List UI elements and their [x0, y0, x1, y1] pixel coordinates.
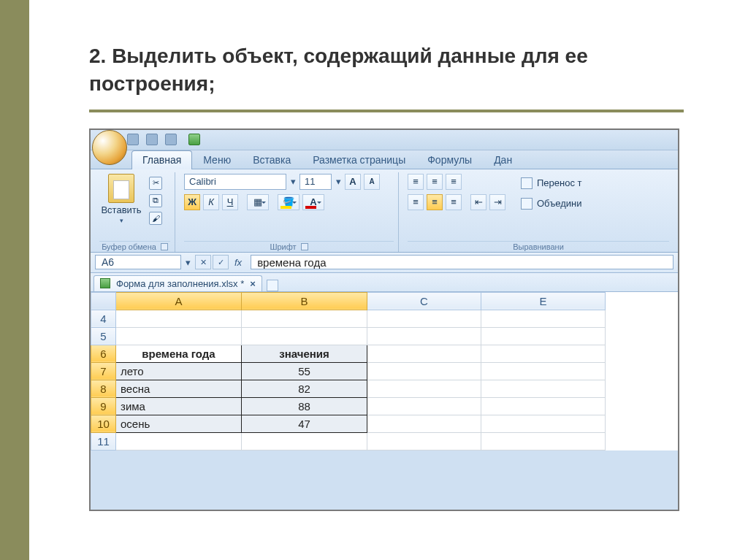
- col-header-e[interactable]: E: [481, 292, 606, 310]
- workbook-tabs: Форма для заполнения.xlsx * ×: [91, 273, 678, 292]
- workbook-icon: [100, 278, 110, 288]
- align-top-icon[interactable]: ≡: [408, 174, 424, 190]
- cell-b9[interactable]: 88: [242, 397, 367, 415]
- cell[interactable]: [367, 432, 481, 450]
- cell-a9[interactable]: зима: [116, 397, 242, 415]
- cell-a10[interactable]: осень: [116, 415, 242, 432]
- cell-b8[interactable]: 82: [242, 380, 367, 397]
- ribbon-tabs: Главная Меню Вставка Разметка страницы Ф…: [91, 150, 678, 169]
- cell[interactable]: [367, 380, 481, 397]
- tab-data[interactable]: Дан: [483, 150, 523, 169]
- align-bottom-icon[interactable]: ≡: [446, 174, 462, 190]
- shrink-font-icon[interactable]: A: [364, 174, 380, 190]
- align-left-icon[interactable]: ≡: [408, 194, 424, 210]
- cell[interactable]: [481, 380, 606, 397]
- cell-a8[interactable]: весна: [116, 380, 242, 397]
- col-header-c[interactable]: C: [367, 292, 481, 310]
- cell[interactable]: [242, 432, 367, 450]
- row-header[interactable]: 7: [91, 362, 116, 380]
- worksheet[interactable]: A B C E 4 5 6 времена года значения: [91, 292, 678, 450]
- cell[interactable]: [242, 310, 367, 327]
- font-name-combo[interactable]: Calibri: [184, 174, 286, 190]
- bold-button[interactable]: Ж: [184, 194, 200, 210]
- accept-formula-icon[interactable]: ✓: [213, 255, 229, 269]
- cell-a6[interactable]: времена года: [116, 345, 242, 362]
- new-tab-icon[interactable]: [267, 280, 278, 291]
- cell[interactable]: [481, 310, 606, 327]
- cell[interactable]: [367, 310, 481, 327]
- tab-home[interactable]: Главная: [131, 150, 192, 169]
- merge-center-button[interactable]: Объедини: [516, 196, 587, 212]
- increase-indent-icon[interactable]: ⇥: [489, 194, 505, 210]
- grow-font-icon[interactable]: A: [345, 174, 361, 190]
- ribbon: Вставить ▾ ✂ ⧉ 🖌 Буфер обмена: [91, 169, 678, 253]
- cell[interactable]: [367, 327, 481, 345]
- cancel-formula-icon[interactable]: ✕: [195, 255, 211, 269]
- cell[interactable]: [242, 327, 367, 345]
- row-header[interactable]: 8: [91, 380, 116, 397]
- col-header-a[interactable]: A: [116, 292, 242, 310]
- row-header[interactable]: 11: [91, 432, 116, 450]
- cell[interactable]: [116, 310, 242, 327]
- select-all-corner[interactable]: [91, 292, 116, 310]
- cell[interactable]: [481, 362, 606, 380]
- cut-icon[interactable]: ✂: [149, 177, 162, 190]
- cell[interactable]: [481, 397, 606, 415]
- cell-a7[interactable]: лето: [116, 362, 242, 380]
- copy-icon[interactable]: ⧉: [149, 194, 162, 207]
- cell[interactable]: [367, 415, 481, 432]
- cell[interactable]: [481, 345, 606, 362]
- align-center-icon[interactable]: ≡: [427, 194, 443, 210]
- cell[interactable]: [367, 345, 481, 362]
- borders-button[interactable]: ▦: [247, 194, 269, 210]
- cell-b7[interactable]: 55: [242, 362, 367, 380]
- italic-button[interactable]: К: [203, 194, 219, 210]
- cell[interactable]: [481, 432, 606, 450]
- font-color-button[interactable]: A: [302, 194, 324, 210]
- qat-redo-icon[interactable]: [165, 134, 177, 145]
- cell-b6[interactable]: значения: [242, 345, 367, 362]
- cell[interactable]: [116, 327, 242, 345]
- fx-icon[interactable]: fx: [230, 257, 246, 268]
- row-header[interactable]: 6: [91, 345, 116, 362]
- row-header[interactable]: 5: [91, 327, 116, 345]
- underline-button[interactable]: Ч: [222, 194, 238, 210]
- cell[interactable]: [367, 362, 481, 380]
- cell[interactable]: [116, 432, 242, 450]
- qat-save-icon[interactable]: [127, 134, 139, 145]
- wrap-text-icon: [521, 177, 533, 189]
- cell[interactable]: [367, 397, 481, 415]
- qat-undo-icon[interactable]: [146, 134, 158, 145]
- wrap-text-button[interactable]: Перенос т: [516, 175, 587, 191]
- tab-formulas[interactable]: Формулы: [416, 150, 483, 169]
- decrease-indent-icon[interactable]: ⇤: [470, 194, 486, 210]
- format-painter-icon[interactable]: 🖌: [149, 212, 162, 225]
- row-header[interactable]: 10: [91, 415, 116, 432]
- cell[interactable]: [481, 327, 606, 345]
- merge-icon: [521, 198, 533, 210]
- fill-color-button[interactable]: 🪣: [278, 194, 299, 210]
- tab-insert[interactable]: Вставка: [242, 150, 302, 169]
- row-header[interactable]: 4: [91, 310, 116, 327]
- row-header[interactable]: 9: [91, 397, 116, 415]
- align-right-icon[interactable]: ≡: [446, 194, 462, 210]
- paste-button[interactable]: Вставить ▾: [99, 174, 143, 224]
- name-box[interactable]: A6: [95, 255, 181, 269]
- font-size-combo[interactable]: 11: [299, 174, 332, 190]
- formula-input[interactable]: времена года: [251, 255, 673, 269]
- align-middle-icon[interactable]: ≡: [427, 174, 443, 190]
- close-tab-icon[interactable]: ×: [250, 278, 256, 289]
- tab-page-layout[interactable]: Разметка страницы: [302, 150, 416, 169]
- col-header-b[interactable]: B: [242, 292, 367, 310]
- office-button-icon[interactable]: [92, 130, 127, 165]
- cell[interactable]: [481, 415, 606, 432]
- slide-title: 2. Выделить объект, содержащий данные дл…: [89, 42, 684, 98]
- tab-menu[interactable]: Меню: [192, 150, 242, 169]
- workbook-tab[interactable]: Форма для заполнения.xlsx * ×: [94, 275, 262, 291]
- formula-bar: A6 ▾ ✕ ✓ fx времена года: [91, 253, 678, 273]
- cell-b10[interactable]: 47: [242, 415, 367, 432]
- clipboard-launcher-icon[interactable]: [161, 243, 168, 250]
- excel-doc-icon: [188, 134, 200, 145]
- alignment-group-label: Выравнивани: [513, 242, 564, 251]
- font-launcher-icon[interactable]: [301, 243, 308, 250]
